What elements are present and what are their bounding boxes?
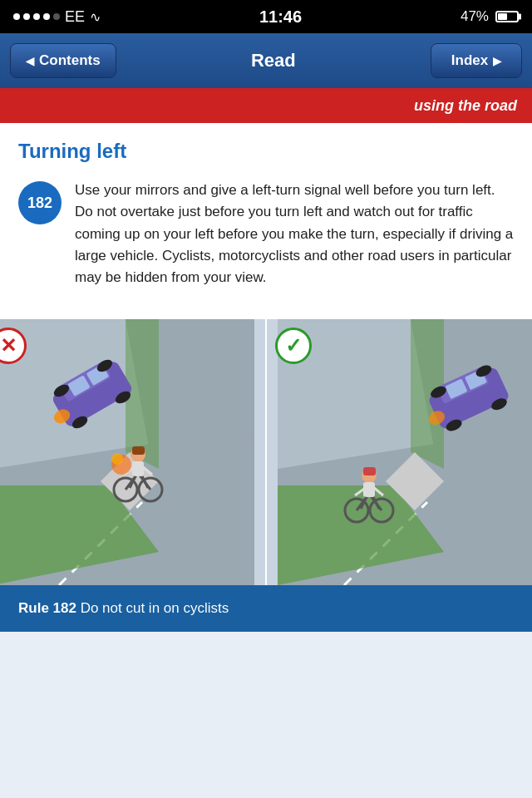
right-illustration-panel: ✓ [267,319,532,585]
nav-bar: Contents Read Index [0,33,532,88]
left-scene-svg [0,319,265,585]
svg-rect-23 [132,446,145,455]
carrier-label: EE [65,8,85,26]
wifi-icon: ∿ [90,9,101,25]
right-icon: ✓ [285,334,302,357]
caption-rule-label: Rule 182 Do not cut in on cyclists [18,600,229,616]
svg-point-29 [111,453,123,465]
section-label: using the road [414,97,517,115]
rule-text: Use your mirrors and give a left-turn si… [75,180,514,289]
page-title: Read [251,50,296,71]
caption-bar: Rule 182 Do not cut in on cyclists [0,585,532,632]
svg-rect-53 [363,467,376,475]
battery-percent: 47% [461,8,489,25]
battery-icon [495,11,519,22]
illustration-container: ✕ [0,319,532,585]
rule-block: 182 Use your mirrors and give a left-tur… [18,180,514,289]
content-area: Turning left 182 Use your mirrors and gi… [0,123,532,319]
section-bar: using the road [0,88,532,123]
index-label: Index [451,52,488,69]
chevron-right-icon [493,52,501,69]
index-button[interactable]: Index [431,43,522,78]
caption-text: Do not cut in on cyclists [76,600,229,616]
right-scene-svg [267,319,532,585]
rule-number: 182 [18,181,62,224]
status-right: 47% [461,8,519,25]
left-illustration-panel: ✕ [0,319,265,585]
status-bar: EE ∿ 11:46 47% [0,0,532,33]
section-title: Turning left [18,140,514,163]
time-display: 11:46 [259,7,302,27]
chevron-left-icon [26,52,34,69]
rule-label-bold: Rule 182 [18,600,76,616]
contents-button[interactable]: Contents [10,43,116,78]
wrong-icon: ✕ [0,334,17,357]
right-badge: ✓ [275,328,312,364]
contents-label: Contents [39,52,101,69]
status-left: EE ∿ [13,8,101,26]
signal-dots [13,13,60,20]
